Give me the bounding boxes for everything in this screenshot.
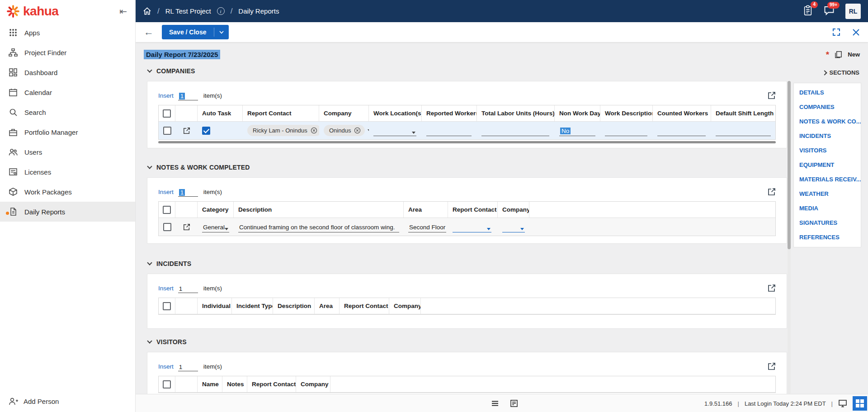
column-header: Counted Workers (657, 110, 708, 117)
add-person-button[interactable]: Add Person (0, 390, 135, 412)
non-work-day-field[interactable]: No (559, 125, 595, 136)
sidebar-item-calendar[interactable]: Calendar (0, 82, 135, 102)
open-in-new-icon[interactable] (768, 91, 776, 99)
default-shift-length-field[interactable] (716, 125, 771, 136)
sections-nav-details[interactable]: DETAILS (794, 85, 861, 100)
sections-nav-materials[interactable]: MATERIALS RECEIV... (794, 172, 861, 187)
record-status-label: New (848, 51, 860, 58)
select-all-checkbox[interactable] (163, 380, 171, 388)
sections-nav-notes[interactable]: NOTES & WORK CO... (794, 114, 861, 129)
select-all-checkbox[interactable] (163, 206, 171, 214)
incidents-header-row: Individual Incident Type Description Are… (159, 298, 775, 314)
messages-button[interactable]: 99+ (824, 5, 835, 17)
insert-link[interactable]: Insert (158, 363, 174, 370)
sections-nav-equipment[interactable]: EQUIPMENT (794, 158, 861, 172)
company-dropdown[interactable] (502, 222, 525, 232)
visitors-section-header[interactable]: VISITORS (148, 338, 187, 346)
auto-task-checkbox[interactable] (202, 127, 210, 135)
insert-link[interactable]: Insert (158, 92, 174, 99)
open-in-new-icon[interactable] (768, 284, 776, 292)
sidebar-item-dashboard[interactable]: Dashboard (0, 62, 135, 82)
info-icon[interactable]: i (217, 7, 225, 15)
column-header: Notes (227, 381, 244, 388)
scrollbar-thumb[interactable] (788, 81, 791, 249)
insert-link[interactable]: Insert (158, 189, 174, 195)
list-view-icon[interactable] (491, 399, 499, 407)
calendar-icon (9, 88, 18, 97)
report-contact-dropdown[interactable] (453, 222, 491, 232)
sections-nav-media[interactable]: MEDIA (794, 201, 861, 216)
display-icon[interactable] (838, 399, 847, 407)
row-checkbox[interactable] (163, 127, 171, 135)
record-title-field[interactable]: Daily Report 7/23/2025 (144, 50, 220, 59)
sections-nav-signatures[interactable]: SIGNATURES (794, 216, 861, 230)
work-description-field[interactable] (605, 125, 647, 136)
breadcrumb-page[interactable]: Daily Reports (238, 7, 279, 15)
sections-nav-incidents[interactable]: INCIDENTS (794, 129, 861, 143)
incidents-section-header[interactable]: INCIDENTS (148, 260, 191, 267)
total-labor-units-field[interactable] (481, 125, 549, 136)
sidebar-item-users[interactable]: Users (0, 142, 135, 162)
notes-section-header[interactable]: NOTES & WORK COMPLETED (148, 164, 250, 171)
reported-workers-field[interactable] (426, 125, 472, 136)
area-field[interactable]: Second Floor (408, 222, 446, 232)
fullscreen-icon[interactable] (832, 28, 840, 36)
close-icon[interactable] (852, 28, 860, 36)
tasks-button[interactable]: 4 (803, 5, 813, 18)
dashboard-icon (9, 68, 18, 77)
sidebar-item-licenses[interactable]: Licenses (0, 162, 135, 182)
column-header: Company (301, 381, 329, 388)
sections-nav-companies[interactable]: COMPANIES (794, 100, 861, 114)
notes-table-row[interactable]: General Continued framing on the second … (159, 218, 775, 236)
companies-card: Insert 1 item(s) Auto Task Report Contac… (147, 81, 787, 148)
windows-logo-button[interactable] (853, 396, 867, 411)
save-close-button[interactable]: Save / Close (162, 25, 229, 39)
sidebar-item-project-finder[interactable]: Project Finder (0, 43, 135, 62)
select-all-checkbox[interactable] (163, 302, 171, 310)
category-dropdown[interactable]: General (202, 222, 229, 232)
user-avatar[interactable]: RL (845, 4, 861, 19)
open-in-new-icon[interactable] (768, 362, 776, 370)
insert-count-input[interactable]: 1 (178, 91, 198, 100)
report-contact-chip[interactable]: Ricky Lam - Onindus (247, 125, 319, 136)
open-record-icon[interactable] (183, 223, 190, 231)
column-header: Area (319, 303, 333, 309)
save-dropdown-caret[interactable] (214, 25, 229, 39)
companies-insert-bar: Insert 1 item(s) (158, 89, 776, 102)
sections-panel-toggle[interactable]: SECTIONS (823, 69, 859, 76)
collapse-sidebar-icon[interactable]: ⇤ (119, 6, 127, 17)
company-chip[interactable]: Onindus (324, 125, 365, 136)
companies-horizontal-scrollbar[interactable] (158, 141, 776, 143)
sidebar-item-portfolio-manager[interactable]: Portfolio Manager (0, 122, 135, 142)
open-in-new-icon[interactable] (768, 188, 776, 196)
description-field[interactable]: Continued framing on the second floor of… (238, 222, 399, 232)
sidebar-item-search[interactable]: Search (0, 102, 135, 122)
work-locations-dropdown[interactable] (373, 125, 416, 136)
insert-count-input[interactable]: 1 (178, 187, 198, 197)
row-checkbox[interactable] (163, 223, 171, 231)
open-record-icon[interactable] (183, 127, 190, 134)
sections-panel-title: SECTIONS (830, 69, 859, 76)
breadcrumb-project[interactable]: RL Test Project (165, 7, 211, 15)
back-button[interactable]: ← (144, 27, 154, 37)
remove-chip-icon[interactable] (354, 127, 361, 134)
sidebar-item-apps[interactable]: Apps (0, 23, 135, 43)
sidebar-item-work-packages[interactable]: Work Packages (0, 182, 135, 202)
companies-section-header[interactable]: COMPANIES (148, 67, 195, 75)
sections-nav-weather[interactable]: WEATHER (794, 187, 861, 201)
select-all-checkbox[interactable] (163, 109, 171, 118)
daily-reports-icon (9, 207, 18, 216)
companies-table-row[interactable]: Ricky Lam - Onindus Onindus (159, 122, 775, 139)
insert-count-input[interactable]: 1 (178, 362, 198, 371)
remove-chip-icon[interactable] (311, 127, 317, 134)
sidebar-item-daily-reports[interactable]: Daily Reports (0, 202, 135, 222)
insert-count-input[interactable]: 1 (178, 284, 198, 293)
sections-nav-visitors[interactable]: VISITORS (794, 143, 861, 158)
vertical-scrollbar[interactable] (788, 81, 791, 394)
home-icon[interactable] (143, 7, 151, 15)
counted-workers-field[interactable] (657, 125, 706, 136)
footer-view-toggles (491, 394, 518, 412)
log-view-icon[interactable] (510, 399, 518, 407)
insert-link[interactable]: Insert (158, 285, 174, 292)
sections-nav-references[interactable]: REFERENCES (794, 230, 861, 245)
